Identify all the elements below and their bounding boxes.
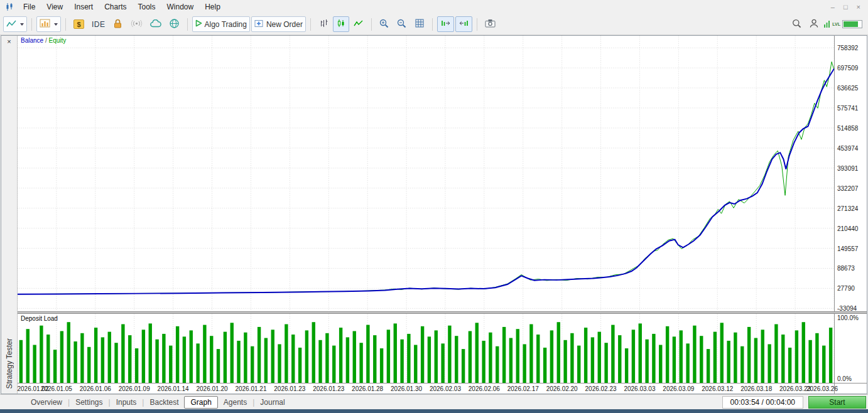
toolbar-separator [371,18,372,31]
line-studies-button[interactable] [3,16,27,32]
deposit-axis-min: 0.0% [837,375,852,382]
y-axis-label: 636625 [837,85,858,92]
strategy-tester-panel: × Strategy Tester Balance / Equity 75839… [1,35,867,394]
screenshot-button[interactable] [482,16,499,32]
cloud-button[interactable] [147,16,165,32]
search-icon [792,19,801,30]
zoom-in-button[interactable] [376,16,393,32]
tester-left-strip: × Strategy Tester [1,36,18,394]
broadcast-button[interactable] [127,16,146,32]
lock-button[interactable] [110,16,126,32]
equity-chart-panel[interactable]: Balance / Equity [18,36,834,311]
zoom-out-button[interactable] [394,16,410,32]
y-axis: 7583926975096366255757415148584539743930… [834,36,867,311]
menu-bar: File View Insert Charts Tools Window Hel… [0,0,868,14]
dollar-icon: $ [73,19,84,29]
x-axis-label: 2026.01.06 [80,385,111,392]
lock-icon [114,19,122,30]
signal-bars-icon [823,19,830,30]
deposit-axis-max: 100.0% [837,314,859,321]
start-button[interactable]: Start [808,396,866,409]
x-axis-label: 2026.01.09 [119,385,150,392]
menu-view[interactable]: View [41,1,68,13]
app-logo-icon [3,3,18,11]
x-axis-label: 2026.01.23 [313,385,344,392]
chevron-down-icon [54,23,58,26]
menu-window[interactable]: Window [161,1,200,13]
candlestick-icon [337,19,345,30]
y-axis-label: 332207 [837,185,858,191]
legend-balance: Balance [21,37,43,44]
profile-button[interactable] [806,16,822,32]
menu-tools[interactable]: Tools [133,1,161,13]
chart-template-button[interactable] [36,16,61,32]
level-progress-bar [842,20,862,28]
line-studies-icon [6,19,16,30]
window-controls: – □ × [831,3,865,11]
axis-corner [834,383,867,394]
algo-trading-button[interactable]: Algo Trading [192,16,250,32]
deposit-load-panel[interactable]: Deposit Load [18,314,834,383]
toolbar-separator [65,18,66,31]
tab-backtest[interactable]: Backtest [144,397,184,408]
y-axis-label: 453974 [837,144,858,151]
tester-status-area: 00:03:54 / 00:04:00 Start [722,396,868,409]
new-order-button[interactable]: New Order [251,16,306,32]
x-axis-label: 2026.02.23 [585,385,617,392]
chart-shift-button[interactable] [455,16,472,32]
x-axis-label: 2026.02.06 [469,385,500,392]
chart-shift-icon [458,19,469,30]
tab-overview[interactable]: Overview [25,397,68,408]
cloud-icon [150,19,161,30]
search-button[interactable] [788,16,805,32]
y-axis-label: 149557 [837,245,858,252]
x-axis: 2026.01.022026.01.052026.01.062026.01.09… [18,383,834,394]
menu-charts[interactable]: Charts [99,1,132,13]
tab-settings[interactable]: Settings [70,397,108,408]
menu-help[interactable]: Help [199,1,226,13]
chart-grid-lines [18,36,834,311]
toolbar: $ IDE Algo Trading New Order [0,14,868,35]
grid-toggle-button[interactable] [411,16,428,32]
auto-scroll-icon [440,19,451,30]
x-axis-label: 2026.01.21 [235,385,266,392]
y-axis-label: 393091 [837,164,858,171]
tab-inputs[interactable]: Inputs [111,397,143,408]
tester-graph-area: Balance / Equity 75839269750963662557574… [18,36,867,394]
close-button[interactable]: × [857,3,860,11]
toolbar-separator [31,18,32,31]
x-axis-label: 2026.01.23 [274,385,305,392]
x-axis-label: 2026.03.09 [663,385,694,392]
line-chart-icon [354,19,363,30]
symbols-button[interactable]: $ [70,16,87,32]
connection-level-meter[interactable]: LVL [823,19,865,30]
tab-agents[interactable]: Agents [218,397,252,408]
camera-icon [485,19,496,30]
deposit-bars [19,322,833,383]
menu-file[interactable]: File [18,1,41,13]
tab-journal[interactable]: Journal [254,397,290,408]
tester-close-button[interactable]: × [1,36,17,47]
equity-line [18,62,834,294]
community-button[interactable] [166,16,183,32]
minimize-button[interactable]: – [831,3,835,11]
x-axis-label: 2026.01.14 [158,385,189,392]
profile-icon [809,18,819,30]
level-progress-fill [844,21,858,27]
candlestick-mode-button[interactable] [333,16,349,32]
auto-scroll-button[interactable] [437,16,454,32]
chart-legend: Balance / Equity [21,37,66,44]
x-axis-label: 2026.01.30 [391,385,422,392]
bar-chart-mode-button[interactable] [315,16,332,32]
backtest-timer: 00:03:54 / 00:04:00 [722,396,803,409]
ide-label: IDE [92,20,106,29]
toolbar-separator [477,18,477,31]
menu-insert[interactable]: Insert [68,1,99,13]
legend-equity: Equity [48,37,66,44]
globe-icon [169,18,180,31]
metaeditor-ide-button[interactable]: IDE [89,16,109,32]
tab-graph[interactable]: Graph [184,396,217,409]
restore-button[interactable]: □ [844,3,848,11]
y-axis-label: 758392 [837,45,858,51]
line-chart-mode-button[interactable] [350,16,367,32]
